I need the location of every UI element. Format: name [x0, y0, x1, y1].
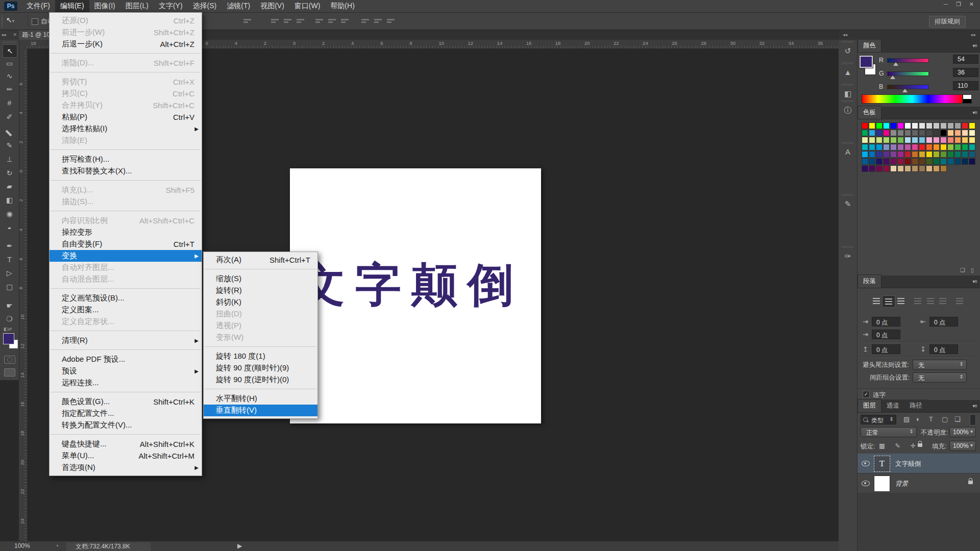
lock-buttons[interactable]: ▩ ✎ ✛	[879, 442, 920, 449]
zoom-tool[interactable]: ❍	[3, 313, 16, 325]
color-swatch[interactable]	[869, 137, 875, 143]
color-swatch[interactable]	[926, 151, 933, 158]
color-swatch[interactable]	[947, 151, 954, 158]
layer-visibility-icon[interactable]	[862, 461, 870, 466]
marquee-tool[interactable]: ▭	[3, 57, 16, 69]
color-swatch[interactable]	[897, 137, 904, 143]
close-panel-icon[interactable]: ✕	[13, 32, 17, 37]
brush-panel-icon[interactable]: ✎	[839, 198, 857, 210]
edit-menu-item-38[interactable]: 转换为配置文件(V)...	[50, 419, 202, 431]
edit-menu-item-32[interactable]: Adobe PDF 预设...	[50, 354, 202, 365]
color-swatch[interactable]	[869, 165, 875, 172]
color-swatch[interactable]	[947, 130, 954, 136]
panel-menu-icon[interactable]: ▾≡	[972, 279, 977, 284]
space-before-field[interactable]: 0 点	[872, 344, 900, 354]
filter-smartobject-icon[interactable]: ❏	[954, 415, 961, 423]
edit-menu-item-24[interactable]: 自动混合图层...	[50, 273, 202, 285]
color-swatch[interactable]	[926, 122, 933, 129]
channel-value-field[interactable]: 54	[953, 55, 978, 64]
menubar-item-8[interactable]: 窗口(W)	[289, 0, 326, 12]
color-swatch[interactable]	[869, 144, 875, 151]
color-swatch[interactable]	[926, 137, 933, 143]
edit-menu-item-41[interactable]: 菜单(U)...Alt+Shift+Ctrl+M	[50, 450, 202, 462]
color-swatch[interactable]	[897, 165, 904, 172]
edit-menu-item-33[interactable]: 预设▶	[50, 365, 202, 377]
color-swatch[interactable]	[962, 158, 968, 165]
color-swatch[interactable]	[862, 165, 868, 172]
strip-grip[interactable]	[842, 100, 854, 102]
blend-mode-dropdown[interactable]: 正常⇕	[861, 427, 917, 437]
styles-panel-icon[interactable]: ◧	[839, 88, 857, 100]
fill-field[interactable]: 100%▾	[949, 441, 976, 451]
color-swatch[interactable]	[890, 151, 897, 158]
justify-last-right-button[interactable]	[937, 295, 949, 307]
foreground-color-well[interactable]	[860, 56, 873, 68]
lock-all-icon[interactable]	[918, 443, 922, 447]
channel-slider[interactable]	[887, 85, 929, 89]
edit-menu-item-20[interactable]: 操控变形	[50, 227, 202, 238]
edit-menu-item-17[interactable]: 描边(S)...	[50, 196, 202, 208]
ruler-corner[interactable]	[19, 40, 28, 49]
edit-menu-item-7[interactable]: 拷贝(C)Ctrl+C	[50, 88, 202, 99]
blur-tool[interactable]: ◉	[3, 208, 16, 220]
color-swatch[interactable]	[919, 165, 925, 172]
tab-paragraph[interactable]: 段落	[857, 274, 881, 288]
color-swatch[interactable]	[933, 158, 940, 165]
hyphenate-checkbox[interactable]: ✓	[863, 391, 870, 398]
color-swatch[interactable]	[954, 144, 961, 151]
color-swatch[interactable]	[897, 151, 904, 158]
color-swatch[interactable]	[919, 130, 925, 136]
tab-paths[interactable]: 路径	[904, 399, 927, 412]
justify-last-center-button[interactable]	[924, 295, 937, 307]
screen-mode-button[interactable]	[4, 368, 15, 377]
color-swatch[interactable]	[862, 151, 868, 158]
edit-menu-item-2[interactable]: 后退一步(K)Alt+Ctrl+Z	[50, 38, 202, 50]
history-brush-tool[interactable]: ↻	[3, 167, 16, 179]
color-swatch[interactable]	[890, 144, 897, 151]
align-left-button[interactable]	[870, 295, 883, 307]
color-swatch[interactable]	[940, 137, 947, 143]
edit-menu-item-4[interactable]: 渐隐(D)...Shift+Ctrl+F	[50, 57, 202, 69]
transform-submenu-item-3[interactable]: 旋转(R)	[204, 285, 317, 296]
color-swatch[interactable]	[883, 144, 890, 151]
color-swatch[interactable]	[962, 130, 968, 136]
glyphs-panel-icon[interactable]: A	[839, 146, 857, 158]
color-swatch[interactable]	[876, 165, 883, 172]
transform-submenu-item-9[interactable]: 旋转 180 度(1)	[204, 350, 317, 362]
quick-selection-tool[interactable]: ✏	[3, 83, 16, 95]
left-indent-field[interactable]: 0 点	[872, 317, 900, 327]
color-swatch[interactable]	[940, 144, 947, 151]
collapse-strip-icon[interactable]: ◂◂	[843, 32, 847, 37]
color-swatch[interactable]	[862, 122, 868, 129]
color-swatch[interactable]	[926, 130, 933, 136]
color-swatch[interactable]	[962, 151, 968, 158]
dodge-tool[interactable]: ◒	[3, 221, 16, 233]
tab-channels[interactable]: 通道	[881, 399, 904, 412]
strip-grip[interactable]	[842, 84, 854, 86]
strip-grip[interactable]	[842, 62, 854, 64]
color-swatch[interactable]	[962, 144, 968, 151]
document-canvas[interactable]: 文字颠倒	[290, 168, 541, 423]
edit-menu-item-8[interactable]: 合并拷贝(Y)Shift+Ctrl+C	[50, 99, 202, 111]
color-swatch[interactable]	[940, 158, 947, 165]
edit-menu-item-13[interactable]: 拼写检查(H)...	[50, 154, 202, 165]
color-swatch[interactable]	[933, 137, 940, 143]
auto-select-checkbox[interactable]	[32, 18, 38, 25]
color-swatch[interactable]	[883, 130, 890, 136]
edit-menu-item-27[interactable]: 定义图案...	[50, 304, 202, 316]
color-swatch[interactable]	[962, 122, 968, 129]
color-swatch[interactable]	[897, 144, 904, 151]
color-swatch[interactable]	[904, 165, 911, 172]
edit-menu-item-37[interactable]: 指定配置文件...	[50, 408, 202, 419]
justify-last-left-button[interactable]	[912, 295, 924, 307]
layer-visibility-icon[interactable]	[862, 481, 870, 486]
strip-grip[interactable]	[842, 142, 854, 144]
color-swatch[interactable]	[904, 151, 911, 158]
edit-menu-item-19[interactable]: 内容识别比例Alt+Shift+Ctrl+C	[50, 215, 202, 227]
transform-submenu-item-13[interactable]: 水平翻转(H)	[204, 393, 317, 405]
first-line-indent-field[interactable]: 0 点	[872, 330, 900, 339]
eraser-tool[interactable]: ▰	[3, 180, 16, 192]
color-swatch[interactable]	[919, 144, 925, 151]
background-layer-thumbnail[interactable]	[874, 475, 890, 492]
color-swatch[interactable]	[969, 130, 975, 136]
